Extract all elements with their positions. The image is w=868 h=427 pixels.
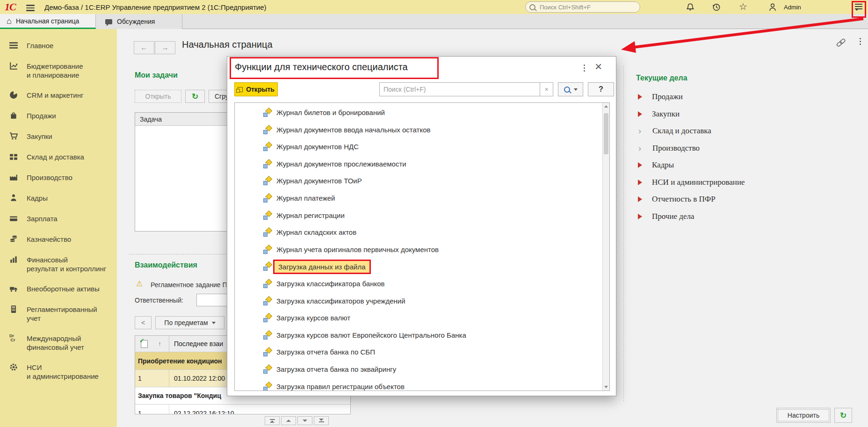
list-item[interactable]: Загрузка отчета банка по СБП xyxy=(235,345,600,359)
red-triangle-icon xyxy=(638,162,642,168)
main-menu-icon[interactable] xyxy=(26,3,35,13)
current-affairs-item-master-data[interactable]: НСИ и администрирование xyxy=(630,175,745,189)
move-down-button[interactable] xyxy=(297,416,312,425)
current-affairs-item-hr[interactable]: Кадры xyxy=(630,158,674,172)
nav-forward-button[interactable]: → xyxy=(155,41,175,54)
list-item[interactable]: Загрузка курсов валют xyxy=(235,311,600,325)
dialog-search-button[interactable] xyxy=(558,82,583,96)
favorites-star-icon[interactable]: ☆ xyxy=(739,1,747,12)
list-item[interactable]: Загрузка классификатора банков xyxy=(235,276,600,291)
scrollbar[interactable] xyxy=(602,103,609,391)
nav-back-button[interactable]: ← xyxy=(134,41,154,54)
tab-discussions-label: Обсуждения xyxy=(117,18,155,25)
list-item[interactable]: Журнал складских актов xyxy=(235,225,600,239)
chevron-down-icon xyxy=(574,88,578,91)
list-item[interactable]: Загрузка курсов валют Европейского Центр… xyxy=(235,328,600,342)
red-triangle-icon xyxy=(638,94,642,100)
data-processing-icon xyxy=(263,365,271,374)
scroll-up-icon[interactable] xyxy=(604,105,608,108)
chevron-right-icon: › xyxy=(638,144,643,152)
go-bottom-button[interactable] xyxy=(314,416,329,425)
card-icon xyxy=(9,214,19,224)
tab-home[interactable]: ⌂ Начальная страница xyxy=(0,14,96,29)
sidebar-item-intl-accounting[interactable]: Dr Cr Международныйфинансовый учет xyxy=(0,328,117,357)
list-item[interactable]: Журнал учета оригиналов первичных докуме… xyxy=(235,242,600,257)
by-subjects-dropdown[interactable]: По предметам xyxy=(155,316,224,329)
top-bar: 1С Демо-база / 1С:ERP Управление предпри… xyxy=(0,0,868,14)
history-icon[interactable] xyxy=(712,2,721,12)
dialog-open-button[interactable]: Открыть xyxy=(234,82,278,96)
go-top-button[interactable] xyxy=(265,416,280,425)
sidebar-item-purchases[interactable]: Закупки xyxy=(0,126,117,147)
dialog-search-input[interactable] xyxy=(380,83,540,96)
global-search-box[interactable] xyxy=(525,1,640,13)
scroll-thumb[interactable] xyxy=(604,113,608,154)
bar-chart-icon xyxy=(9,255,19,265)
chevron-right-icon: › xyxy=(638,127,643,135)
data-processing-icon xyxy=(263,109,271,117)
data-processing-icon xyxy=(263,280,271,288)
sidebar-item-treasury[interactable]: Казначейство xyxy=(0,229,117,250)
sidebar-item-main[interactable]: Главное xyxy=(0,36,117,56)
configure-button[interactable]: Настроить xyxy=(776,408,831,423)
my-tasks-header: Мои задачи xyxy=(135,71,178,80)
clear-search-icon[interactable]: × xyxy=(540,83,553,96)
sidebar-item-production[interactable]: Производство xyxy=(0,167,117,188)
data-processing-icon xyxy=(263,262,271,271)
current-affairs-item-sales[interactable]: Продажи xyxy=(630,90,683,104)
data-processing-icon xyxy=(263,348,271,356)
interactions-back-button[interactable]: < xyxy=(135,316,152,329)
sidebar-item-sales[interactable]: Продажи xyxy=(0,106,117,126)
panel-divider xyxy=(623,65,624,401)
dialog-help-button[interactable]: ? xyxy=(588,82,614,96)
sidebar-item-master-data[interactable]: НСИи администрирование xyxy=(0,357,117,386)
list-item-selected[interactable]: Загрузка данных из файла xyxy=(235,258,600,275)
sidebar-item-hr[interactable]: Кадры xyxy=(0,188,117,209)
sidebar-item-warehouse[interactable]: Склад и доставка xyxy=(0,147,117,167)
user-icon[interactable] xyxy=(768,2,777,12)
list-item[interactable]: Журнал платежей xyxy=(235,191,600,205)
list-item[interactable]: Журнал документов ТОиР xyxy=(235,174,600,188)
current-affairs-item-pfr[interactable]: Отчетность в ПФР xyxy=(630,192,716,206)
dialog-close-icon[interactable]: × xyxy=(595,60,602,72)
dialog-search-box[interactable]: × xyxy=(379,82,553,96)
tools-settings-menu-button[interactable] xyxy=(855,2,864,13)
tasks-refresh-button[interactable]: ↻ xyxy=(185,90,205,103)
dialog-more-menu-icon[interactable] xyxy=(584,65,585,72)
current-affairs-item-purchases[interactable]: Закупки xyxy=(630,107,680,121)
list-item[interactable]: Журнал документов прослеживаемости xyxy=(235,157,600,171)
truck-icon xyxy=(9,284,19,294)
pie-chart-icon xyxy=(9,91,19,100)
sidebar-item-regulated[interactable]: Регламентированныйучет xyxy=(0,299,117,328)
gear-icon xyxy=(9,363,19,372)
current-affairs-item-other[interactable]: Прочие дела xyxy=(630,210,694,224)
move-up-button[interactable] xyxy=(281,416,296,425)
sidebar-item-crm[interactable]: CRM и маркетинг xyxy=(0,85,117,106)
list-item[interactable]: Загрузка правил регистрации объектов xyxy=(235,379,600,391)
main-menu-icon xyxy=(9,41,19,51)
sidebar-item-finresult[interactable]: Финансовыйрезультат и контроллинг xyxy=(0,250,117,279)
notifications-bell-icon[interactable] xyxy=(686,2,695,12)
dialog-function-list[interactable]: Журнал билетов и бронирований Журнал док… xyxy=(234,102,610,391)
tab-discussions[interactable]: Обсуждения xyxy=(96,14,182,29)
sidebar-item-payroll[interactable]: Зарплата xyxy=(0,209,117,229)
list-item[interactable]: Журнал регистрации xyxy=(235,208,600,223)
current-affairs-item-production[interactable]: ›Производство xyxy=(630,141,700,155)
list-item[interactable]: Загрузка отчета банка по эквайрингу xyxy=(235,362,600,376)
list-item[interactable]: Загрузка классификаторов учреждений xyxy=(235,294,600,308)
footer-refresh-button[interactable]: ↻ xyxy=(834,408,852,423)
link-icon[interactable] xyxy=(835,38,846,47)
tab-bar: ⌂ Начальная страница Обсуждения xyxy=(0,14,868,29)
data-processing-icon xyxy=(263,297,271,305)
page-more-menu-icon[interactable] xyxy=(860,38,861,45)
tasks-open-button[interactable]: Открыть xyxy=(135,90,181,103)
current-affairs-item-warehouse[interactable]: ›Склад и доставка xyxy=(630,124,711,138)
list-item[interactable]: Журнал документов НДС xyxy=(235,139,600,154)
list-item[interactable]: Журнал билетов и бронирований xyxy=(235,105,600,120)
sidebar-item-budgeting[interactable]: Бюджетированиеи планирование xyxy=(0,56,117,85)
global-search-input[interactable] xyxy=(539,3,629,11)
scroll-down-icon[interactable] xyxy=(604,386,608,388)
interaction-data-row[interactable]: 1 02.12.2022 16:12:10 xyxy=(135,405,350,414)
sidebar-item-assets[interactable]: Внеоборотные активы xyxy=(0,279,117,299)
list-item[interactable]: Журнал документов ввода начальных остатк… xyxy=(235,123,600,137)
